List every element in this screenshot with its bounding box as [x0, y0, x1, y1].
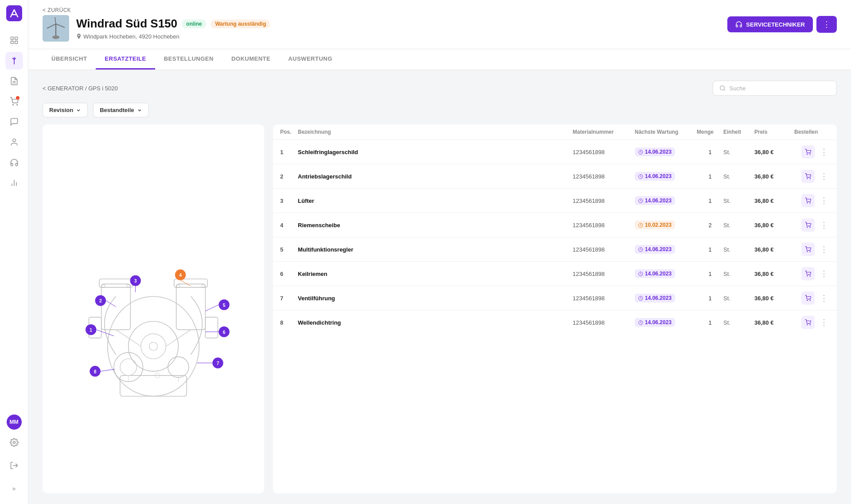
sidebar-expand[interactable]: » [5, 480, 23, 497]
add-to-cart-3[interactable] [801, 194, 815, 207]
more-options-button[interactable]: ⋮ [816, 16, 837, 33]
menge-6: 1 [697, 271, 723, 277]
sidebar-item-chat[interactable] [5, 113, 23, 131]
col-pos: Pos. [280, 129, 298, 135]
sidebar-item-support[interactable] [5, 154, 23, 171]
table-header: Pos. Bezeichnung Materialnummer Nächste … [273, 124, 837, 140]
clock-icon-7 [638, 296, 643, 301]
more-options-8[interactable]: ⋮ [818, 317, 830, 328]
more-options-1[interactable]: ⋮ [818, 146, 830, 158]
svg-point-82 [810, 276, 810, 276]
svg-point-84 [807, 300, 808, 301]
service-techniker-button[interactable]: SERVICETECHNIKER [727, 16, 813, 32]
app-logo[interactable] [6, 5, 22, 21]
wartung-badge-8: 14.06.2023 [635, 318, 675, 327]
sidebar-item-dashboard[interactable] [5, 31, 23, 49]
preis-7: 36,80 € [754, 295, 794, 302]
menge-5: 1 [697, 246, 723, 253]
more-options-7[interactable]: ⋮ [818, 292, 830, 304]
more-options-5[interactable]: ⋮ [818, 244, 830, 255]
more-options-3[interactable]: ⋮ [818, 195, 830, 206]
cart-icon [805, 198, 811, 204]
cart-icon [805, 295, 811, 301]
einheit-3: St. [723, 198, 754, 204]
table-row: 2 Antriebslagerschild 1234561898 14.06.2… [273, 164, 837, 189]
sidebar-item-cart[interactable] [5, 93, 23, 110]
clock-icon-4 [638, 223, 643, 228]
more-options-4[interactable]: ⋮ [818, 219, 830, 231]
back-button[interactable]: < ZURÜCK [43, 7, 270, 13]
svg-rect-19 [101, 284, 131, 330]
header-actions: SERVICETECHNIKER ⋮ [727, 16, 837, 33]
table-row: 6 Keilriemen 1234561898 14.06.2023 1 St.… [273, 262, 837, 286]
svg-rect-0 [6, 5, 22, 21]
svg-point-73 [810, 203, 810, 203]
add-to-cart-5[interactable] [801, 243, 815, 256]
svg-point-29 [168, 357, 189, 377]
bezeichnung-6: Keilriemen [298, 271, 573, 277]
asset-location: Windpark Hocheben, 4920 Hocheben [76, 33, 270, 40]
wartung-badge-4: 10.02.2023 [635, 221, 675, 229]
clock-icon-6 [638, 271, 643, 276]
warning-badge: Wartung ausständig [211, 19, 270, 28]
sidebar-item-documents[interactable] [5, 72, 23, 90]
sidebar-item-wind[interactable] [5, 52, 23, 70]
preis-5: 36,80 € [754, 246, 794, 253]
asset-info: Windrad Süd S150 online Wartung ausständ… [43, 15, 270, 42]
svg-rect-3 [11, 41, 13, 44]
sidebar-item-user[interactable] [5, 133, 23, 151]
svg-point-85 [810, 300, 810, 301]
more-options-6[interactable]: ⋮ [818, 268, 830, 279]
sidebar-item-analytics[interactable] [5, 174, 23, 192]
bezeichnung-1: Schleifringlagerschild [298, 149, 573, 155]
bezeichnung-3: Lüfter [298, 198, 573, 204]
tab-auswertung[interactable]: AUSWERTUNG [279, 49, 341, 70]
filter-revision[interactable]: Revision [43, 103, 88, 117]
header-left: < ZURÜCK Windrad Süd S150 online Wartung… [43, 7, 270, 42]
einheit-2: St. [723, 173, 754, 180]
avatar[interactable]: MM [7, 415, 22, 430]
pos-3: 3 [280, 198, 298, 204]
tab-ersatzteile[interactable]: ERSATZTEILE [96, 49, 155, 70]
wartung-badge-2: 14.06.2023 [635, 172, 675, 181]
einheit-7: St. [723, 295, 754, 302]
svg-point-28 [120, 359, 137, 376]
more-options-2[interactable]: ⋮ [818, 171, 830, 182]
svg-text:4: 4 [179, 273, 182, 278]
tab-ubersicht[interactable]: ÜBERSICHT [43, 49, 96, 70]
svg-point-5 [13, 58, 15, 60]
add-to-cart-4[interactable] [801, 218, 815, 232]
preis-3: 36,80 € [754, 198, 794, 204]
tab-dokumente[interactable]: DOKUMENTE [223, 49, 279, 70]
clock-icon-2 [638, 174, 643, 179]
wartung-5: 14.06.2023 [635, 245, 697, 254]
add-to-cart-2[interactable] [801, 170, 815, 183]
einheit-6: St. [723, 271, 754, 277]
add-to-cart-7[interactable] [801, 291, 815, 305]
sidebar-item-logout[interactable] [5, 457, 23, 474]
add-to-cart-8[interactable] [801, 316, 815, 329]
top-bar: < GENERATOR / GPS i 5020 [43, 81, 837, 96]
add-to-cart-6[interactable] [801, 267, 815, 280]
svg-rect-1 [11, 37, 13, 40]
breadcrumb[interactable]: < GENERATOR / GPS i 5020 [43, 85, 118, 92]
svg-rect-37 [205, 317, 218, 338]
bestellen-1: ⋮ [794, 145, 830, 159]
svg-point-81 [807, 276, 808, 276]
tab-bestellungen[interactable]: BESTELLUNGEN [155, 49, 223, 70]
svg-point-8 [12, 105, 13, 105]
cart-icon [805, 149, 811, 155]
asset-title: Windrad Süd S150 [76, 17, 177, 31]
svg-point-87 [807, 325, 808, 325]
add-to-cart-1[interactable] [801, 145, 815, 159]
bestellen-8: ⋮ [794, 316, 830, 329]
filter-bestandteile[interactable]: Bestandteile [93, 103, 148, 117]
sidebar-item-settings[interactable] [5, 434, 23, 451]
einheit-1: St. [723, 149, 754, 155]
col-einheit: Einheit [723, 129, 754, 135]
search-input[interactable] [730, 85, 830, 92]
bezeichnung-7: Ventilführung [298, 295, 573, 302]
col-preis: Preis [754, 129, 794, 135]
search-box[interactable] [713, 81, 837, 96]
online-badge: online [182, 19, 206, 28]
